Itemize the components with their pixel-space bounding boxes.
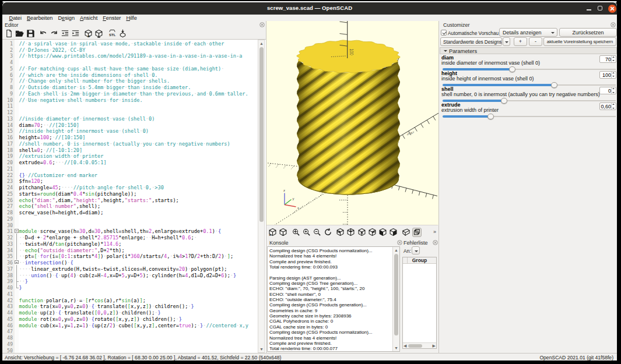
view-all-button[interactable] bbox=[292, 228, 301, 237]
undo-button[interactable] bbox=[39, 29, 48, 38]
export-stl-button[interactable]: STL bbox=[108, 29, 117, 38]
toolbar-overflow-chevron[interactable]: » bbox=[433, 229, 436, 235]
console-log[interactable]: Compiling design (CSG Products normaliza… bbox=[267, 246, 400, 352]
error-filter-dropdown[interactable] bbox=[412, 246, 420, 255]
print-3d-button[interactable] bbox=[118, 29, 127, 38]
code-line-40[interactable]: 40 } bbox=[2, 284, 266, 291]
minimize-button[interactable] bbox=[584, 2, 595, 15]
view-front-button[interactable] bbox=[378, 228, 388, 237]
code-line-14[interactable]: 14 ·· diam=70; //[20:150] bbox=[2, 122, 266, 128]
render-button[interactable] bbox=[94, 29, 103, 38]
remove-preset-button[interactable]: - bbox=[529, 37, 542, 46]
code-line-27[interactable]: 27 · echo("shell number",shell); bbox=[2, 203, 266, 210]
add-preset-button[interactable]: + bbox=[514, 37, 527, 46]
reset-button[interactable]: Zurücksetzen bbox=[559, 28, 617, 37]
3d-viewport[interactable]: 100 100zyx bbox=[266, 21, 438, 225]
scroll-down-arrow[interactable]: ▼ bbox=[259, 347, 264, 351]
spinbox-down-arrow[interactable] bbox=[612, 108, 615, 109]
code-line-33[interactable]: 33·· twist=H/d/tan(pitchangle)*114.6; bbox=[2, 241, 266, 247]
view-top-button[interactable] bbox=[346, 228, 356, 237]
zoom-out-button[interactable] bbox=[313, 228, 322, 237]
code-line-18[interactable]: 18 · shell=0; //[-10:1:20] bbox=[2, 147, 266, 153]
code-line-17[interactable]: 17 · · · · · · · · · · //shell number, 0… bbox=[2, 140, 266, 147]
code-line-15[interactable]: 15 · · · · · · //inside height of innerm… bbox=[2, 128, 266, 135]
code-line-6[interactable]: 6 · · · · · · · · // which are the insid… bbox=[2, 72, 266, 78]
show-details-dropdown[interactable]: Details anzeigen bbox=[499, 28, 557, 37]
code-line-12[interactable]: 12 bbox=[2, 109, 266, 115]
code-line-37[interactable]: 37···· · linear_extrude(H,twist=-twist,s… bbox=[2, 266, 266, 272]
view-bottom-button[interactable] bbox=[357, 228, 367, 237]
code-line-2[interactable]: 2 · · · // DrJones 2022, CC-BY bbox=[2, 47, 266, 53]
error-list[interactable]: Group ◀ ▶ bbox=[402, 257, 437, 349]
preview-button[interactable]: » bbox=[84, 29, 93, 38]
render-button[interactable] bbox=[279, 228, 288, 237]
spinbox-down-arrow[interactable] bbox=[612, 92, 615, 93]
code-line-1[interactable]: 1 · · · · · · · · · · · · // a spiral va… bbox=[2, 40, 266, 47]
code-line-9[interactable]: 9 · · · · · · · · · · · · · // Each shel… bbox=[2, 90, 266, 97]
console-vertical-scrollbar[interactable]: ▲ ▼ bbox=[392, 247, 399, 351]
code-line-41[interactable]: 41 bbox=[2, 291, 266, 297]
code-line-30[interactable]: 30 bbox=[2, 222, 266, 228]
code-line-35[interactable]: 35·· · · · · pt=[ for(i=[0:1:starts*4]) … bbox=[2, 253, 266, 260]
code-line-28[interactable]: 28 screw_vase(h=height,d=diam); bbox=[2, 209, 266, 215]
code-line-44[interactable]: 44 · · · · · module up(z) { translate([0… bbox=[2, 309, 266, 316]
parameter-slider[interactable] bbox=[443, 114, 616, 120]
close-button[interactable] bbox=[606, 2, 618, 15]
code-line-4[interactable]: 4 bbox=[2, 59, 266, 65]
code-line-24[interactable]: 24 ···· · · · · · pitchangle=45; //pitch… bbox=[2, 184, 266, 190]
scroll-up-arrow[interactable]: ▲ bbox=[394, 248, 398, 252]
preset-dropdown[interactable]: Standardwerte des Designs bbox=[440, 37, 502, 46]
spinbox-up-arrow[interactable] bbox=[612, 104, 615, 105]
spinbox-down-arrow[interactable] bbox=[612, 76, 615, 77]
customizer-close-icon[interactable] bbox=[611, 22, 615, 27]
code-line-43[interactable]: 43 · · · · · module tra(x=0,y=0,z=0) { t… bbox=[2, 303, 266, 310]
code-line-8[interactable]: 8 · · · · · · · · // Outside diamiter is… bbox=[2, 84, 266, 90]
code-line-16[interactable]: 16 · height=100; //[10:150] bbox=[2, 134, 266, 140]
code-line-31[interactable]: 31 · · module screw_vase(h=30,d=30,shell… bbox=[2, 228, 266, 235]
error-list-close-icon[interactable] bbox=[433, 240, 437, 245]
parameter-spinbox[interactable]: 70 bbox=[599, 55, 616, 63]
preset-dropdown-arrow[interactable] bbox=[503, 37, 510, 46]
code-line-46[interactable]: 46 · · · · · · module cub(x=1,y=1,z=1) {… bbox=[2, 322, 266, 328]
scroll-up-arrow[interactable]: ▲ bbox=[259, 41, 264, 45]
code-line-5[interactable]: 5 · · · · · · · · · · · ·// For matching… bbox=[2, 65, 266, 72]
open-file-button[interactable] bbox=[15, 29, 24, 38]
parameters-section-header[interactable]: Parameters bbox=[440, 47, 617, 54]
reset-view-button[interactable] bbox=[324, 228, 333, 237]
new-file-button[interactable] bbox=[5, 29, 13, 38]
view-perspective-button[interactable] bbox=[402, 228, 411, 237]
code-line-23[interactable]: 23 $fn=120; bbox=[2, 178, 266, 185]
error-list-horizontal-scrollbar[interactable]: ◀ ▶ bbox=[403, 342, 436, 348]
editor-vertical-scrollbar[interactable]: ▲ ▼ bbox=[258, 40, 265, 353]
code-line-10[interactable]: 10 · · · · · · // Use negative shell num… bbox=[2, 97, 266, 103]
code-line-26[interactable]: 26 echo("diam:",diam,"height:",height,"s… bbox=[2, 197, 266, 203]
3d-viewport-canvas[interactable]: 100 100zyx bbox=[266, 21, 438, 225]
code-line-25[interactable]: 25 starts=round(diam*0.4*sin(pitchangle)… bbox=[2, 190, 266, 197]
spinbox-up-arrow[interactable] bbox=[612, 72, 615, 73]
code-line-11[interactable]: 11 bbox=[2, 103, 266, 109]
zoom-in-button[interactable] bbox=[302, 228, 311, 237]
save-file-button[interactable] bbox=[26, 29, 35, 38]
preview-button[interactable]: » bbox=[268, 228, 278, 237]
code-line-50[interactable]: 50 bbox=[2, 347, 266, 353]
code-line-48[interactable]: 48 bbox=[2, 334, 266, 341]
parameter-spinbox[interactable]: 0,60 bbox=[599, 103, 616, 110]
spinbox-down-arrow[interactable] bbox=[612, 60, 615, 61]
view-back-button[interactable] bbox=[389, 228, 398, 237]
save-preset-button[interactable]: aktuelle Voreinstellung speichern bbox=[543, 37, 616, 46]
error-list-column-header[interactable]: Group bbox=[403, 257, 436, 264]
automatic-preview-checkbox[interactable] bbox=[441, 30, 447, 36]
parameter-spinbox[interactable]: 100 bbox=[599, 71, 616, 79]
code-line-19[interactable]: 19 · · · //extrusion width of printer bbox=[2, 153, 266, 160]
code-line-3[interactable]: 3 · // https://www.printables.com/model/… bbox=[2, 53, 266, 59]
code-line-29[interactable]: 29 bbox=[2, 215, 266, 222]
redo-button[interactable] bbox=[50, 29, 58, 38]
scroll-right-arrow[interactable]: ▶ bbox=[433, 344, 436, 348]
indent-button[interactable] bbox=[71, 29, 80, 38]
code-line-7[interactable]: 7 · · · · · · · · // Change only shell n… bbox=[2, 78, 266, 84]
view-left-button[interactable] bbox=[368, 228, 377, 237]
scrollbar-thumb[interactable] bbox=[408, 344, 422, 348]
code-line-13[interactable]: 13 · · · · · · //inside diameter of inne… bbox=[2, 115, 266, 122]
spinbox-up-arrow[interactable] bbox=[612, 56, 615, 58]
titlebar[interactable]: screw_vase.scad — OpenSCAD bbox=[2, 2, 617, 15]
